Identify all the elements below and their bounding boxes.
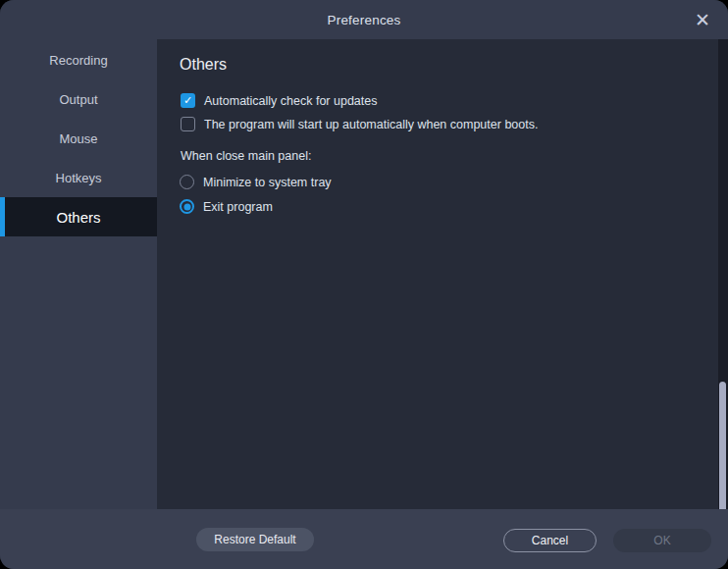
sidebar-item-recording[interactable]: Recording [0,40,157,79]
checkbox-auto-startup[interactable] [181,117,195,131]
page-title: Others [180,56,227,74]
radio-minimize-to-tray[interactable] [180,175,194,189]
sidebar-item-mouse[interactable]: Mouse [0,119,157,158]
cancel-button[interactable]: Cancel [503,529,597,552]
startup-row: The program will start up automatically … [181,117,538,131]
close-icon[interactable]: ✕ [687,4,718,35]
radio-label[interactable]: Minimize to system tray [203,176,332,189]
preferences-dialog: Preferences ✕ Recording Output Mouse Hot… [0,0,728,569]
sidebar-item-label: Hotkeys [56,171,102,185]
radio-group-label: When close main panel: [181,149,311,163]
window-title: Preferences [328,13,401,27]
titlebar: Preferences ✕ [0,0,728,39]
sidebar-item-hotkeys[interactable]: Hotkeys [0,158,157,197]
ok-button[interactable]: OK [613,529,711,552]
minimize-tray-row: Minimize to system tray [180,175,332,189]
sidebar-item-label: Output [59,92,97,107]
update-check-row: ✓ Automatically check for updates [181,93,377,108]
checkbox-auto-update[interactable]: ✓ [181,93,195,108]
restore-default-button[interactable]: Restore Default [196,528,314,551]
sidebar-item-label: Others [56,209,100,226]
sidebar-item-output[interactable]: Output [0,79,157,119]
content-pane: Others ✓ Automatically check for updates… [157,39,718,509]
exit-program-row: Exit program [180,199,273,214]
sidebar-item-label: Mouse [59,131,97,146]
radio-label[interactable]: Exit program [203,200,273,214]
selected-accent-bar [0,197,5,236]
checkbox-label[interactable]: Automatically check for updates [204,94,377,108]
checkbox-label[interactable]: The program will start up automatically … [204,118,538,131]
sidebar: Recording Output Mouse Hotkeys Others [0,39,157,509]
radio-exit-program[interactable] [180,199,194,214]
footer-bar: Restore Default Cancel OK [0,509,728,569]
scrollbar-thumb[interactable] [719,382,726,513]
sidebar-item-label: Recording [49,53,107,68]
sidebar-item-others[interactable]: Others [0,197,157,236]
